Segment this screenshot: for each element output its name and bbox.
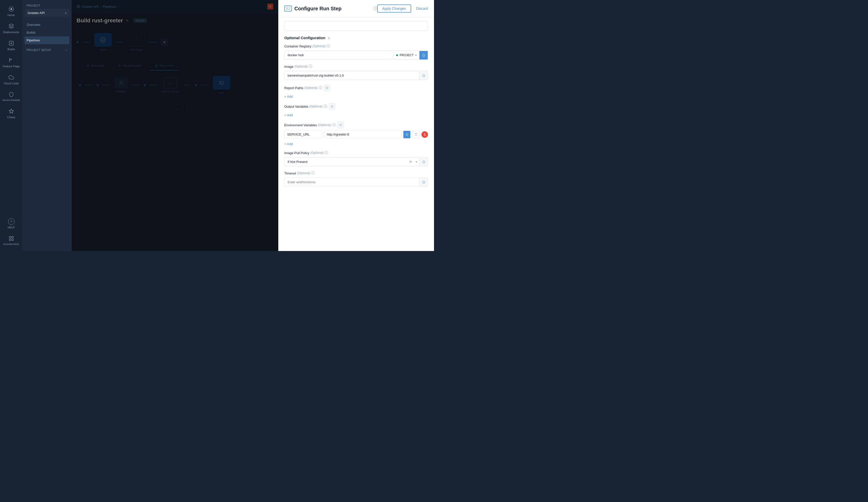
- env-vars-header: Environment Variables (Optional) ⓘ: [284, 122, 428, 128]
- sidebar-item-deployments[interactable]: Deployments: [0, 20, 22, 36]
- svg-rect-5: [12, 237, 13, 238]
- pull-policy-dropdown-icon[interactable]: ▾: [414, 160, 419, 164]
- timeout-pin-button[interactable]: [419, 178, 428, 187]
- sidebar-label-home: Home: [8, 13, 15, 17]
- output-variables-add-link[interactable]: + Add: [284, 113, 293, 117]
- collapse-icon[interactable]: ∧: [328, 36, 330, 40]
- sidebar: Home Deployments Builds Feature Flags Cl…: [0, 0, 23, 251]
- project-setup-label: PROJECT SETUP: [27, 49, 51, 51]
- timeout-label: Timeout (Optional) ⓘ: [284, 171, 428, 176]
- env-value-input[interactable]: [324, 130, 401, 138]
- overlay-dim: [72, 0, 278, 251]
- registry-pin-button[interactable]: [419, 51, 428, 60]
- home-icon: [8, 6, 15, 12]
- sidebar-label-cloud-costs: Cloud Costs: [4, 82, 19, 85]
- image-input[interactable]: [285, 71, 419, 80]
- main-content: Greeter API › Pipelines › ✕ Build rust-g…: [72, 0, 278, 251]
- configure-panel: Configure Run Step ⓘ Apply Changes Disca…: [278, 0, 434, 251]
- builds-icon: [8, 40, 15, 47]
- pull-policy-info-icon[interactable]: ⓘ: [324, 150, 328, 155]
- timeout-field: Timeout (Optional) ⓘ: [284, 171, 428, 187]
- apply-changes-button[interactable]: Apply Changes: [377, 4, 411, 12]
- report-paths-add-link[interactable]: + Add: [284, 95, 293, 98]
- nav-item-overview[interactable]: Overview: [23, 21, 71, 29]
- report-paths-pin-button[interactable]: [324, 85, 330, 91]
- output-variables-info-icon[interactable]: ⓘ: [324, 104, 327, 109]
- step-name-input[interactable]: [284, 21, 428, 31]
- nav-item-pipelines[interactable]: Pipelines: [24, 36, 69, 44]
- optional-config-section-header: Optional Configuration ∧: [284, 36, 428, 40]
- env-vars-info-icon[interactable]: ⓘ: [332, 123, 336, 127]
- container-registry-info-icon[interactable]: ⓘ: [327, 44, 330, 49]
- environment-variables-field: Environment Variables (Optional) ⓘ 1: [284, 122, 428, 146]
- env-pin-button[interactable]: [403, 131, 410, 138]
- svg-point-1: [10, 8, 12, 10]
- service-reliability-icon: [8, 91, 15, 98]
- output-variables-field: Output Variables (Optional) ⓘ + Add: [284, 103, 428, 117]
- green-dot-icon: [396, 54, 398, 56]
- sidebar-label-chaos: Chaos: [7, 116, 15, 119]
- env-vars-add-link[interactable]: + Add: [284, 142, 293, 146]
- chevron-right-icon: ›: [65, 11, 66, 15]
- sidebar-item-builds[interactable]: Builds: [0, 36, 22, 54]
- svg-rect-4: [9, 237, 11, 238]
- project-selector[interactable]: Greeter API ›: [24, 9, 69, 17]
- report-paths-header: Report Paths (Optional) ⓘ: [284, 85, 428, 91]
- output-variables-label: Output Variables (Optional) ⓘ: [284, 104, 327, 109]
- sidebar-item-chaos[interactable]: Chaos: [0, 105, 22, 122]
- dashboards-icon: [8, 235, 15, 242]
- feature-flags-icon: [8, 57, 15, 64]
- nav-item-builds[interactable]: Builds: [23, 29, 71, 36]
- image-input-row: [284, 71, 428, 80]
- sidebar-item-help[interactable]: ? HELP: [0, 215, 22, 232]
- pull-policy-select-row: If Not Present ✕ ▾: [284, 157, 428, 166]
- image-field: Image (Optional) ⓘ: [284, 64, 428, 80]
- project-setup-section[interactable]: PROJECT SETUP ⌄: [23, 46, 71, 53]
- env-vars-pin-button[interactable]: [337, 122, 344, 128]
- container-registry-value: docker hub: [285, 51, 393, 60]
- run-step-icon: [284, 6, 292, 12]
- sidebar-item-dashboards[interactable]: DASHBOARDS: [0, 232, 22, 249]
- panel-header: Configure Run Step ⓘ Apply Changes Disca…: [278, 0, 434, 17]
- project-name: Greeter API: [28, 11, 45, 15]
- sidebar-label-dashboards: DASHBOARDS: [3, 243, 19, 245]
- pull-policy-value: If Not Present: [285, 157, 407, 166]
- image-info-icon[interactable]: ⓘ: [309, 64, 312, 69]
- env-key-input[interactable]: [284, 130, 322, 138]
- sidebar-label-deployments: Deployments: [3, 31, 19, 34]
- output-variables-pin-button[interactable]: [329, 103, 335, 110]
- sidebar-item-home[interactable]: Home: [0, 2, 22, 20]
- registry-dropdown-icon[interactable]: ▾: [415, 53, 417, 57]
- chaos-icon: [8, 108, 15, 115]
- container-registry-field: Container Registry (Optional) ⓘ docker h…: [284, 44, 428, 60]
- svg-rect-7: [12, 239, 13, 240]
- panel-title: Configure Run Step: [294, 6, 372, 12]
- deployments-icon: [8, 23, 15, 30]
- env-vars-label: Environment Variables (Optional) ⓘ: [284, 123, 336, 127]
- panel-info-icon[interactable]: ⓘ: [373, 6, 377, 11]
- image-pull-policy-field: Image Pull Policy (Optional) ⓘ If Not Pr…: [284, 150, 428, 166]
- optional-config-title: Optional Configuration: [284, 36, 325, 40]
- env-var-row: 1: [284, 130, 428, 138]
- pull-policy-clear-button[interactable]: ✕: [407, 159, 414, 164]
- discard-button[interactable]: Discard: [416, 7, 428, 11]
- sidebar-label-service-reliability: Service Reliability: [2, 99, 20, 102]
- svg-marker-3: [9, 109, 13, 113]
- panel-body: Optional Configuration ∧ Container Regis…: [278, 17, 434, 251]
- sidebar-label-help: HELP: [8, 226, 15, 229]
- timeout-input[interactable]: [285, 178, 419, 187]
- image-label: Image (Optional) ⓘ: [284, 64, 428, 69]
- sidebar-item-cloud-costs[interactable]: Cloud Costs: [0, 71, 22, 88]
- image-pull-policy-label: Image Pull Policy (Optional) ⓘ: [284, 150, 428, 155]
- sidebar-label-feature-flags: Feature Flags: [3, 65, 20, 68]
- report-paths-info-icon[interactable]: ⓘ: [319, 86, 322, 90]
- registry-badge-text: PROJECT: [400, 53, 414, 57]
- timeout-info-icon[interactable]: ⓘ: [311, 171, 315, 176]
- sidebar-item-feature-flags[interactable]: Feature Flags: [0, 54, 22, 71]
- svg-rect-6: [9, 239, 11, 240]
- pull-policy-pin-button[interactable]: [419, 158, 428, 166]
- timeout-row: [284, 177, 428, 187]
- sidebar-item-service-reliability[interactable]: Service Reliability: [0, 88, 22, 105]
- env-delete-button[interactable]: [412, 131, 420, 138]
- image-pin-button[interactable]: [419, 71, 428, 80]
